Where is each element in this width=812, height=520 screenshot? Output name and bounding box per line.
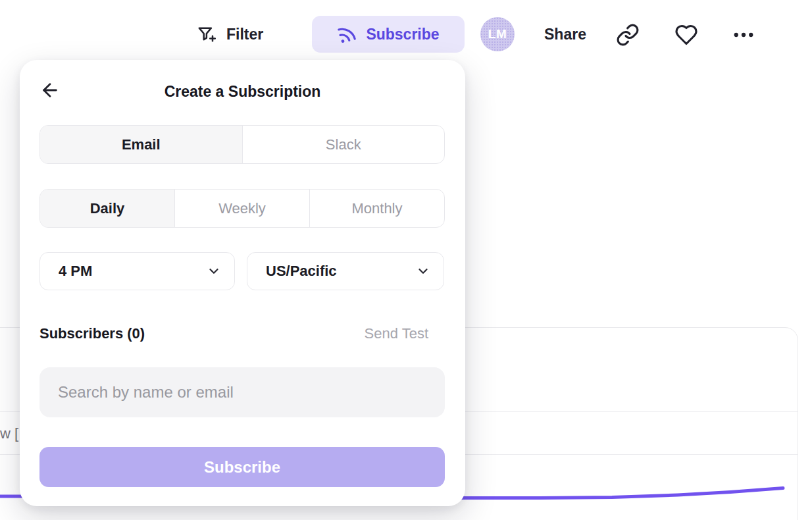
modal-title: Create a Subscription [20, 83, 465, 101]
link-icon [616, 23, 640, 47]
subscribers-row: Subscribers (0) Send Test [39, 325, 445, 343]
tab-email[interactable]: Email [40, 126, 242, 163]
send-test-button[interactable]: Send Test [365, 325, 428, 342]
favorite-button[interactable] [673, 22, 699, 48]
subscribe-label: Subscribe [366, 26, 439, 43]
avatar[interactable]: LM [480, 17, 515, 51]
subscribers-count-label: Subscribers (0) [39, 325, 145, 342]
filter-plus-icon [197, 24, 216, 44]
rss-icon [335, 22, 359, 47]
filter-button[interactable]: Filter [197, 20, 263, 49]
subscriber-search-input[interactable] [39, 367, 445, 417]
frequency-tabs: Daily Weekly Monthly [39, 189, 445, 228]
chevron-down-icon [207, 264, 221, 278]
chevron-down-icon [416, 264, 430, 278]
timezone-select-value: US/Pacific [266, 263, 337, 280]
share-button[interactable]: Share [544, 22, 586, 47]
tab-weekly[interactable]: Weekly [174, 190, 309, 227]
avatar-initials: LM [488, 27, 507, 41]
tab-daily[interactable]: Daily [40, 190, 174, 227]
time-select-value: 4 PM [59, 263, 92, 280]
timezone-select[interactable]: US/Pacific [247, 252, 444, 290]
heart-icon [674, 23, 698, 47]
create-subscription-modal: Create a Subscription Email Slack Daily … [20, 60, 465, 506]
time-select[interactable]: 4 PM [39, 252, 235, 290]
ellipsis-icon [732, 23, 755, 47]
subscribe-button[interactable]: Subscribe [312, 16, 465, 53]
subscribe-submit-button[interactable]: Subscribe [39, 447, 445, 487]
page: w [ Filter Subscribe [0, 0, 812, 520]
clipped-background-text: w [ [0, 425, 18, 442]
channel-tabs: Email Slack [39, 125, 445, 164]
copy-link-button[interactable] [615, 22, 641, 48]
tab-slack[interactable]: Slack [242, 126, 445, 163]
tab-monthly[interactable]: Monthly [309, 190, 444, 227]
toolbar: Filter Subscribe LM Share [0, 0, 812, 68]
filter-label: Filter [226, 26, 263, 43]
more-menu-button[interactable] [730, 22, 757, 48]
